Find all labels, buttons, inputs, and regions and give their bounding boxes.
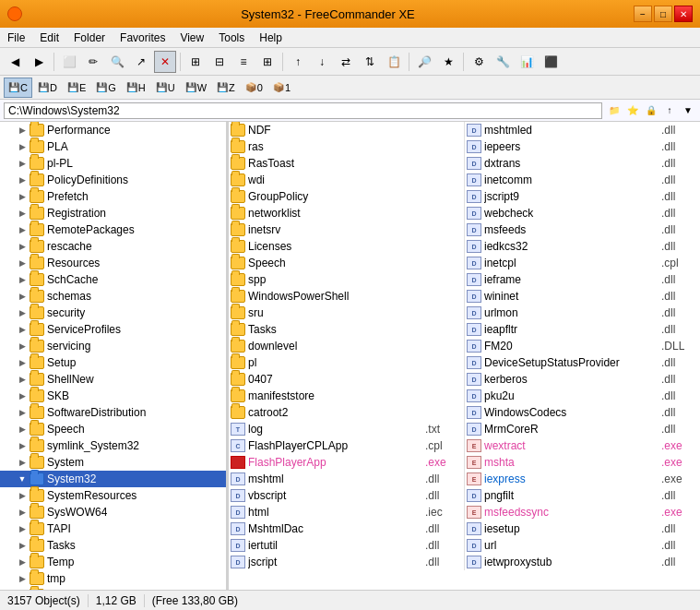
tree-item-security[interactable]: ▶security — [0, 305, 226, 321]
toolbar-btn-14[interactable]: 🔎 — [413, 51, 435, 73]
file-row[interactable]: Licenses — [229, 238, 464, 255]
file-row[interactable]: catroot2 — [229, 404, 464, 421]
file-row[interactable]: DMshtmlDac.dll — [229, 520, 464, 537]
file-row[interactable]: spp — [229, 271, 464, 288]
file-row[interactable]: DFM20.DLL — [465, 338, 700, 354]
file-row[interactable]: Dvbscript.dll — [229, 487, 464, 504]
file-row[interactable]: Dieframe.dll — [465, 271, 700, 288]
drive-D[interactable]: 💾D — [33, 78, 62, 98]
tree-item-softwaredistribution[interactable]: ▶SoftwareDistribution — [0, 404, 226, 421]
copy-button[interactable]: ⬜ — [58, 51, 80, 73]
tree-item-schemas[interactable]: ▶schemas — [0, 288, 226, 305]
file-row[interactable]: inetsrv — [229, 221, 464, 238]
menu-item-view[interactable]: View — [172, 30, 211, 46]
drive-1[interactable]: 📦1 — [268, 78, 295, 98]
file-row[interactable]: Dhtml.iec — [229, 504, 464, 520]
drive-H[interactable]: 💾H — [122, 78, 150, 98]
file-row[interactable]: Dinetcomm.dll — [465, 172, 700, 188]
toolbar-btn-19[interactable]: ⬛ — [540, 51, 562, 73]
file-row[interactable]: Ddxtrans.dll — [465, 155, 700, 172]
tree-item-tmp[interactable]: ▶tmp — [0, 570, 226, 587]
back-button[interactable]: ◀ — [4, 51, 26, 73]
file-row[interactable]: CFlashPlayerCPLApp.cpl — [229, 437, 464, 454]
file-row[interactable]: Dmsfeeds.dll — [465, 221, 700, 238]
tree-item-symlink-system32[interactable]: ▶symlink_System32 — [0, 437, 226, 454]
tree-item-syswow64[interactable]: ▶SysWOW64 — [0, 504, 226, 520]
menu-item-edit[interactable]: Edit — [32, 30, 66, 46]
file-row[interactable]: Dwebcheck.dll — [465, 205, 700, 221]
tree-item-skb[interactable]: ▶SKB — [0, 388, 226, 404]
file-row[interactable]: WindowsPowerShell — [229, 288, 464, 305]
minimize-button[interactable]: − — [634, 6, 652, 22]
menu-item-folder[interactable]: Folder — [66, 30, 113, 46]
toolbar-btn-7[interactable]: ≡ — [232, 51, 255, 73]
file-row[interactable]: wdi — [229, 172, 464, 188]
file-row[interactable]: Dietwproxystub.dll — [465, 554, 700, 570]
addr-icon-4[interactable]: ↑ — [661, 102, 678, 119]
toolbar-btn-6[interactable]: ⊟ — [208, 51, 231, 73]
toolbar-btn-18[interactable]: 📊 — [516, 51, 538, 73]
file-row[interactable]: NDF — [229, 122, 464, 138]
file-row[interactable]: GroupPolicy — [229, 188, 464, 205]
tree-item-rescache[interactable]: ▶rescache — [0, 238, 226, 255]
addr-icon-2[interactable]: ⭐ — [624, 102, 641, 119]
drive-C[interactable]: 💾C — [4, 78, 32, 98]
drive-G[interactable]: 💾G — [91, 78, 121, 98]
tree-item-remotepackages[interactable]: ▶RemotePackages — [0, 221, 226, 238]
file-row[interactable]: Dkerberos.dll — [465, 371, 700, 388]
file-row[interactable]: Durlmon.dll — [465, 305, 700, 321]
file-row[interactable]: Djscript.dll — [229, 554, 464, 570]
file-row[interactable]: DDeviceSetupStatusProvider.dll — [465, 354, 700, 371]
tree-item-system32[interactable]: ▼System32 — [0, 471, 226, 487]
drive-U[interactable]: 💾U — [151, 78, 180, 98]
tree-item-tasks[interactable]: ▶Tasks — [0, 537, 226, 554]
file-row[interactable]: Djscript9.dll — [465, 188, 700, 205]
file-row[interactable]: Dpku2u.dll — [465, 388, 700, 404]
addr-icon-5[interactable]: ▼ — [680, 102, 696, 119]
file-row[interactable]: FlashPlayerApp.exe — [229, 454, 464, 471]
delete-button[interactable]: ✕ — [154, 51, 176, 73]
close-button[interactable]: ✕ — [674, 6, 693, 22]
file-row[interactable]: Dwininet.dll — [465, 288, 700, 305]
toolbar-btn-16[interactable]: ⚙ — [468, 51, 490, 73]
view-button[interactable]: 🔍 — [106, 51, 128, 73]
toolbar-btn-8[interactable]: ⊞ — [256, 51, 279, 73]
file-row[interactable]: Dpngfilt.dll — [465, 487, 700, 504]
file-row[interactable]: DWindowsCodecs.dll — [465, 404, 700, 421]
file-row[interactable]: Dinetcpl.cpl — [465, 255, 700, 271]
file-panel[interactable]: NDFrasRasToastwdiGroupPolicynetworklisti… — [229, 122, 700, 590]
tree-item-pla[interactable]: ▶PLA — [0, 138, 226, 155]
file-row[interactable]: Diesetup.dll — [465, 520, 700, 537]
toolbar-btn-13[interactable]: 📋 — [383, 51, 405, 73]
toolbar-btn-4[interactable]: ↗ — [130, 51, 152, 73]
tree-item-pl-pl[interactable]: ▶pl-PL — [0, 155, 226, 172]
tree-item-temp[interactable]: ▶Temp — [0, 554, 226, 570]
file-row[interactable]: Emsfeedssync.exe — [465, 504, 700, 520]
menu-item-tools[interactable]: Tools — [211, 30, 252, 46]
drive-0[interactable]: 📦0 — [241, 78, 267, 98]
file-row[interactable]: Tasks — [229, 321, 464, 338]
toolbar-btn-5[interactable]: ⊞ — [184, 51, 207, 73]
tree-item-serviceprofiles[interactable]: ▶ServiceProfiles — [0, 321, 226, 338]
menu-item-file[interactable]: File — [0, 30, 32, 46]
address-input[interactable] — [4, 102, 602, 119]
file-row[interactable]: Eiexpress.exe — [465, 471, 700, 487]
toolbar-btn-12[interactable]: ⇅ — [359, 51, 381, 73]
toolbar-btn-10[interactable]: ↓ — [311, 51, 333, 73]
file-row[interactable]: Speech — [229, 255, 464, 271]
tree-item-servicing[interactable]: ▶servicing — [0, 338, 226, 354]
file-row[interactable]: pl — [229, 354, 464, 371]
edit-button[interactable]: ✏ — [82, 51, 104, 73]
drive-E[interactable]: 💾E — [63, 78, 90, 98]
tree-item-performance[interactable]: ▶Performance — [0, 122, 226, 138]
file-row[interactable]: Dmshtml.dll — [229, 471, 464, 487]
forward-button[interactable]: ▶ — [28, 51, 50, 73]
addr-icon-3[interactable]: 🔒 — [643, 102, 659, 119]
tree-item-registration[interactable]: ▶Registration — [0, 205, 226, 221]
file-row[interactable]: Durl.dll — [465, 537, 700, 554]
tree-item-prefetch[interactable]: ▶Prefetch — [0, 188, 226, 205]
file-row[interactable]: Dieapfltr.dll — [465, 321, 700, 338]
tree-item-system[interactable]: ▶System — [0, 454, 226, 471]
tree-item-schcache[interactable]: ▶SchCache — [0, 271, 226, 288]
toolbar-btn-9[interactable]: ↑ — [287, 51, 309, 73]
